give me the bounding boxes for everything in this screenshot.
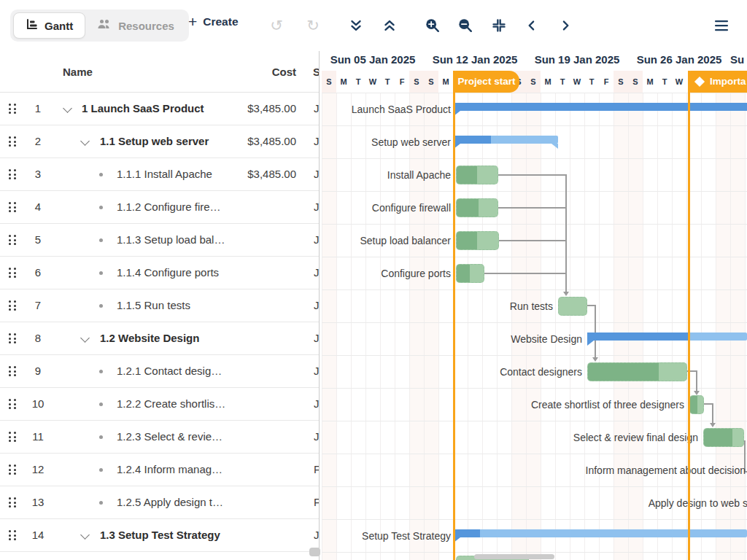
task-name: 1.2.2 Create shortlis… [117, 397, 225, 410]
drag-handle-icon[interactable] [9, 464, 17, 476]
parent-task-bar[interactable] [587, 332, 747, 341]
task-row[interactable]: 131.2.5 Apply design t…F [0, 486, 319, 519]
task-row[interactable]: 21.1 Setup web server$3,485.00J [0, 125, 319, 158]
undo-button[interactable]: ↺ [267, 16, 286, 35]
leaf-bullet-icon [99, 271, 103, 275]
drag-handle-icon[interactable] [9, 104, 17, 115]
task-name: 1.2.1 Contact desig… [117, 365, 222, 377]
menu-button[interactable] [712, 16, 731, 35]
day-gridline [526, 93, 527, 560]
task-bar[interactable] [558, 297, 587, 316]
bar-label: Run tests [510, 297, 553, 316]
project-start-label: Project start [454, 71, 519, 93]
drag-handle-icon[interactable] [9, 136, 17, 148]
task-row[interactable]: 51.1.3 Setup load bal…J [0, 224, 319, 257]
parent-task-bar[interactable] [454, 136, 558, 144]
task-row[interactable]: 81.2 Website DesignJ [0, 322, 319, 355]
redo-button[interactable]: ↻ [303, 16, 322, 35]
row-gridline [322, 191, 747, 192]
day-gridline [424, 93, 425, 560]
expand-all-button[interactable] [347, 16, 365, 35]
task-bar[interactable] [456, 264, 484, 283]
task-bar[interactable] [587, 362, 687, 381]
bar-label: Apply design to web si [649, 494, 747, 513]
timeline-day-header: M [541, 71, 555, 93]
task-bar[interactable] [456, 231, 499, 250]
zoom-out-button[interactable] [456, 16, 475, 35]
parent-task-bar[interactable] [454, 103, 747, 111]
day-gridline [336, 93, 337, 560]
timeline-week-header[interactable]: Sun 19 Jan 2025 [526, 51, 628, 71]
expander-collapse-icon[interactable] [80, 333, 90, 343]
timeline-week-header[interactable]: Sun 26 Jan 2025 [628, 51, 730, 71]
shift-next-button[interactable] [556, 16, 575, 35]
drag-handle-icon[interactable] [9, 235, 17, 246]
expander-collapse-icon[interactable] [63, 104, 72, 113]
row-number: 1 [26, 102, 50, 114]
parent-task-bar[interactable] [454, 529, 747, 537]
dependency-line [565, 174, 567, 292]
tab-gantt[interactable]: Gantt [13, 12, 85, 39]
chevron-right-icon [558, 18, 573, 33]
task-row[interactable]: 101.2.2 Create shortlis…J [0, 388, 319, 421]
task-cost: $3,485.00 [247, 102, 296, 114]
task-row[interactable]: 41.1.2 Configure fire…J [0, 191, 319, 224]
row-gridline [322, 552, 747, 553]
zoom-in-button[interactable] [423, 16, 442, 35]
column-header-name[interactable]: Name [63, 66, 93, 78]
task-bar[interactable] [456, 198, 498, 217]
drag-handle-icon[interactable] [9, 432, 17, 443]
row-number: 7 [26, 299, 50, 311]
expander-collapse-icon[interactable] [80, 530, 90, 540]
task-row[interactable]: 141.3 Setup Test StrategyJ [0, 519, 319, 552]
task-row[interactable]: 91.2.1 Contact desig…J [0, 355, 319, 388]
tab-resources[interactable]: Resources [85, 12, 186, 39]
splitter-handle[interactable] [309, 548, 320, 556]
zoom-to-fit-button[interactable] [489, 16, 508, 35]
task-start-date-clipped: J [314, 201, 319, 213]
create-button[interactable]: + Create [188, 15, 239, 29]
weekend-shading [526, 93, 541, 560]
timeline-week-header[interactable]: Sun 12 Jan 2025 [424, 51, 526, 71]
day-gridline [322, 93, 322, 560]
drag-handle-icon[interactable] [9, 268, 17, 279]
task-row[interactable]: 111.2.3 Select & revie…J [0, 421, 319, 454]
task-start-date-clipped: J [314, 102, 319, 114]
task-name: 1.2 Website Design [100, 332, 199, 344]
column-header-start-clipped[interactable]: S [313, 66, 319, 78]
task-name: 1 Launch SaaS Product [82, 102, 204, 114]
drag-handle-icon[interactable] [9, 333, 17, 345]
weekend-shading [628, 93, 643, 560]
drag-handle-icon[interactable] [9, 530, 17, 542]
task-name: 1.2.3 Select & revie… [117, 430, 222, 443]
horizontal-scrollbar-thumb[interactable] [474, 554, 554, 559]
task-bar[interactable] [703, 428, 744, 447]
column-header-cost[interactable]: Cost [272, 66, 296, 78]
day-gridline [686, 93, 687, 560]
timeline-week-header[interactable]: Sun 05 Jan 2025 [322, 51, 424, 71]
drag-handle-icon[interactable] [9, 300, 17, 312]
task-bar[interactable] [689, 395, 704, 414]
row-number: 11 [26, 430, 50, 443]
task-bar[interactable] [456, 166, 498, 184]
shift-previous-button[interactable] [522, 16, 541, 35]
task-row[interactable]: 121.2.4 Inform manag…F [0, 454, 319, 486]
parent-task-progress [454, 529, 480, 537]
drag-handle-icon[interactable] [9, 202, 17, 214]
task-row[interactable]: 61.1.4 Configure portsJ [0, 257, 319, 289]
timeline-week-header[interactable]: Su [730, 51, 747, 71]
row-gridline [322, 289, 747, 290]
drag-handle-icon[interactable] [9, 169, 17, 181]
task-row[interactable]: 31.1.1 Install Apache$3,485.00J [0, 158, 319, 191]
task-row[interactable]: 11 Launch SaaS Product$3,485.00J [0, 93, 319, 125]
drag-handle-icon[interactable] [9, 399, 17, 411]
task-start-date-clipped: J [314, 332, 319, 344]
row-gridline [322, 322, 747, 323]
drag-handle-icon[interactable] [9, 366, 17, 378]
task-row[interactable]: 71.1.5 Run testsJ [0, 289, 319, 322]
collapse-all-button[interactable] [380, 16, 399, 35]
drag-handle-icon[interactable] [9, 497, 17, 509]
parent-task-progress [587, 332, 689, 341]
expander-collapse-icon[interactable] [80, 136, 90, 146]
row-number: 6 [26, 266, 50, 279]
